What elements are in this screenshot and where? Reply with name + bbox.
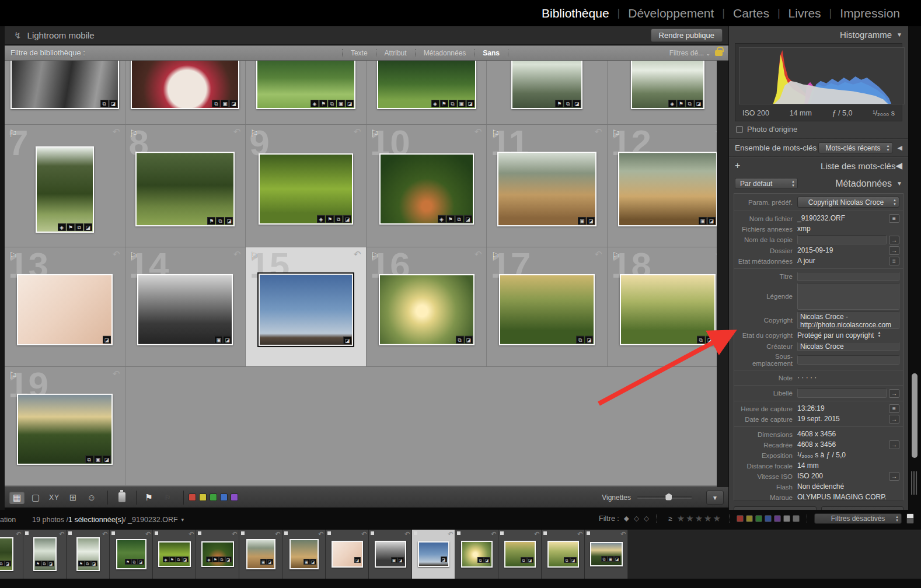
grid-cell-19[interactable]: 19⚐↷⧉▣◪ bbox=[5, 367, 125, 485]
metadata-input-nom-de-la-copie[interactable] bbox=[797, 235, 887, 244]
list-action-icon[interactable]: ≡ bbox=[889, 404, 899, 413]
grid-cell-waterfall-gray[interactable]: ⚑⧉◪ bbox=[487, 61, 608, 124]
adjust-badge-icon[interactable]: ◪ bbox=[466, 100, 475, 107]
filmstrip-item-forest-path[interactable]: ↷◈⚑⧉◪ bbox=[196, 530, 239, 579]
tag-badge-icon[interactable]: ◈ bbox=[668, 100, 676, 107]
adjust-badge-icon[interactable]: ◪ bbox=[225, 217, 233, 225]
copy-badge-icon[interactable]: ⧉ bbox=[456, 336, 464, 344]
color-filter-5[interactable] bbox=[783, 515, 790, 522]
filmstrip-thumbnail[interactable]: ⚑⧉◪ bbox=[116, 539, 146, 569]
copy-badge-icon[interactable]: ⧉ bbox=[100, 100, 109, 107]
filmstrip-item-field-sunset[interactable]: ↷⧉▣◪ bbox=[585, 530, 628, 579]
filmstrip-item-green-forest[interactable]: ↷⚑⧉◪ bbox=[110, 530, 153, 579]
adjust-badge-icon[interactable]: ◪ bbox=[464, 215, 472, 222]
filmstrip-thumbnail[interactable]: ⚑⧉◪ bbox=[76, 537, 100, 571]
flag-icon[interactable]: ⚐ bbox=[130, 250, 138, 262]
arrow-action-icon[interactable]: → bbox=[889, 236, 899, 244]
triangle-left-icon[interactable]: ◀ bbox=[898, 144, 902, 152]
list-action-icon[interactable]: ≡ bbox=[889, 257, 899, 265]
compare-view-button[interactable]: XY bbox=[47, 491, 62, 504]
photo-thumbnail-sun-trees[interactable]: ⧉◪ bbox=[379, 274, 475, 345]
histogram-header[interactable]: Histogramme▼ bbox=[729, 26, 908, 43]
rating-operator[interactable]: ≥ bbox=[668, 514, 672, 523]
spray-can-icon[interactable] bbox=[118, 492, 125, 502]
arrow-action-icon[interactable]: → bbox=[889, 415, 899, 424]
pin-badge-icon[interactable]: ⚑ bbox=[446, 215, 455, 222]
pin-badge-icon[interactable]: ⚑ bbox=[440, 100, 448, 107]
metadata-mode-dropdown[interactable]: Par défaut▲▼ bbox=[735, 178, 798, 189]
pin-badge-icon[interactable]: ⚑ bbox=[67, 223, 75, 230]
crop-badge-icon[interactable]: ▣ bbox=[578, 217, 586, 225]
left-panel-collapsed[interactable] bbox=[0, 26, 5, 510]
source-breadcrumb[interactable]: ation bbox=[0, 516, 16, 524]
flag-pick-button[interactable]: ⚑ bbox=[141, 491, 156, 504]
metadata-input-copyright[interactable]: Nicolas Croce - http://photo.nicolascroc… bbox=[797, 312, 899, 329]
tag-badge-icon[interactable]: ◈ bbox=[317, 215, 325, 222]
photo-thumbnail-waterfall-moss[interactable]: ◈⚑⧉◪ bbox=[631, 61, 704, 109]
photo-thumbnail-forest-path[interactable]: ◈⚑⧉◪ bbox=[379, 153, 474, 224]
metadata-input-l-gende[interactable] bbox=[797, 283, 899, 310]
copy-badge-icon[interactable]: ⧉ bbox=[212, 100, 220, 107]
grid-cell-cake[interactable]: ⧉▣◪ bbox=[125, 61, 246, 124]
arrow-action-icon[interactable]: → bbox=[889, 389, 899, 398]
arrow-action-icon[interactable]: → bbox=[889, 440, 899, 449]
filter-tab-attribut[interactable]: Attribut bbox=[376, 49, 415, 57]
filmstrip-thumbnail[interactable]: ▣◪ bbox=[289, 539, 319, 569]
chevron-down-icon[interactable]: ▾ bbox=[182, 517, 184, 523]
adjust-badge-icon[interactable]: ◪ bbox=[103, 455, 111, 463]
photo-thumbnail-field-sunset[interactable]: ⧉▣◪ bbox=[17, 393, 113, 464]
flag-picked-filter[interactable]: ⬥ bbox=[624, 514, 629, 523]
copy-badge-icon[interactable]: ⧉ bbox=[576, 336, 584, 344]
filmstrip-item-dog-walking[interactable]: ↷⧉◪ bbox=[542, 530, 585, 579]
flag-icon[interactable]: ⚐ bbox=[612, 128, 620, 140]
flag-rejected-filter[interactable]: ⬦ bbox=[644, 514, 649, 523]
rotate-icon[interactable]: ↷ bbox=[595, 249, 602, 260]
slider-knob[interactable] bbox=[665, 494, 672, 501]
crop-badge-icon[interactable]: ▣ bbox=[94, 455, 102, 463]
flag-icon[interactable]: ⚐ bbox=[250, 128, 259, 140]
crop-badge-icon[interactable]: ▣ bbox=[458, 100, 466, 107]
color-filter-2[interactable] bbox=[755, 515, 762, 522]
photo-thumbnail-sky-clouds[interactable]: ◪ bbox=[259, 274, 353, 346]
metadata-select[interactable]: Protégé par un copyright▲▼ bbox=[797, 331, 899, 340]
photo-thumbnail-cake[interactable]: ⧉▣◪ bbox=[131, 61, 239, 109]
rotate-icon[interactable]: ↷ bbox=[113, 369, 120, 379]
tag-badge-icon[interactable]: ◈ bbox=[438, 215, 446, 222]
filmstrip-item-green-vines[interactable]: ↷◈⚑⧉◪ bbox=[153, 530, 196, 579]
filmstrip-item-cat-on-box[interactable]: ↷▣◪ bbox=[282, 530, 326, 579]
adjust-badge-icon[interactable]: ◪ bbox=[587, 217, 595, 225]
survey-view-button[interactable]: ⊞ bbox=[65, 491, 81, 504]
lock-icon[interactable] bbox=[715, 50, 723, 56]
copy-badge-icon[interactable]: ⧉ bbox=[85, 455, 93, 463]
adjust-badge-icon[interactable]: ◪ bbox=[343, 337, 351, 344]
rotate-icon[interactable]: ↷ bbox=[113, 127, 120, 137]
photo-thumbnail-waterfall-forest[interactable]: ⚑⧉◪ bbox=[135, 152, 235, 226]
rotate-icon[interactable]: ↷ bbox=[354, 127, 361, 137]
metadata-input-sous-emplacement[interactable] bbox=[797, 355, 899, 365]
toolbar-options-dropdown[interactable]: ▼ bbox=[706, 491, 724, 505]
grid-cell-12[interactable]: 12⚐↷▣◪ bbox=[608, 125, 728, 247]
crop-badge-icon[interactable]: ▣ bbox=[699, 217, 707, 225]
photo-thumbnail-sleeping-cat[interactable]: ◪ bbox=[17, 274, 113, 345]
photo-thumbnail-forest-stream[interactable]: ◈⚑⧉▣◪ bbox=[377, 61, 476, 109]
metadata-input-cr-ateur[interactable]: Nicolas Croce bbox=[797, 342, 899, 351]
grid-cell-11[interactable]: 11⚐↷▣◪ bbox=[487, 125, 608, 247]
adjust-badge-icon[interactable]: ◪ bbox=[585, 336, 593, 344]
adjust-badge-icon[interactable]: ◪ bbox=[223, 336, 231, 344]
people-view-button[interactable]: ☺ bbox=[84, 491, 99, 504]
color-filter-1[interactable] bbox=[746, 515, 753, 522]
adjust-badge-icon[interactable]: ◪ bbox=[229, 100, 238, 107]
panel-scrollbar[interactable] bbox=[909, 26, 921, 510]
tag-badge-icon[interactable]: ◈ bbox=[58, 223, 66, 230]
module-tab-impression[interactable]: Impression bbox=[832, 6, 908, 20]
adjust-badge-icon[interactable]: ◪ bbox=[346, 100, 354, 107]
crop-badge-icon[interactable]: ▣ bbox=[214, 336, 222, 344]
filmstrip-item-waterfall-moss[interactable]: ↷⚑⧉◪ bbox=[67, 530, 110, 579]
adjust-badge-icon[interactable]: ◪ bbox=[109, 100, 117, 107]
copy-badge-icon[interactable]: ⧉ bbox=[334, 215, 343, 222]
panel-resize-grip[interactable] bbox=[911, 471, 918, 495]
adjust-badge-icon[interactable]: ◪ bbox=[103, 336, 111, 344]
filmstrip-thumbnail[interactable]: ⚑⧉◪ bbox=[0, 537, 13, 571]
filmstrip-item-cat-in-box[interactable]: ↷▣◪ bbox=[239, 530, 282, 579]
filmstrip-item-bw-man-desk[interactable]: ↷▣◪ bbox=[369, 530, 412, 579]
